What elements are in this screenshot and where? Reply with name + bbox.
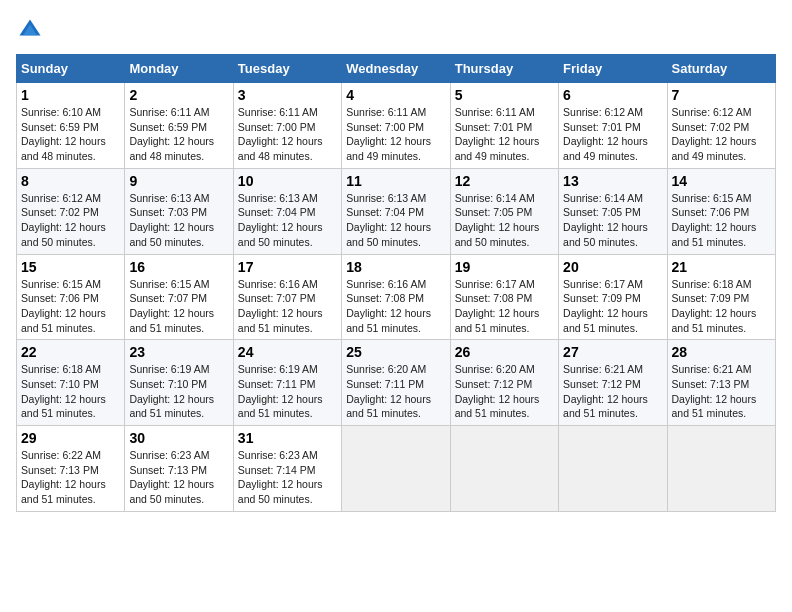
day-info: Sunrise: 6:13 AM Sunset: 7:04 PM Dayligh… [346,191,445,250]
calendar-week-row: 8Sunrise: 6:12 AM Sunset: 7:02 PM Daylig… [17,168,776,254]
calendar-cell: 19Sunrise: 6:17 AM Sunset: 7:08 PM Dayli… [450,254,558,340]
day-number: 1 [21,87,120,103]
calendar-cell [450,426,558,512]
day-number: 25 [346,344,445,360]
day-info: Sunrise: 6:10 AM Sunset: 6:59 PM Dayligh… [21,105,120,164]
day-number: 28 [672,344,771,360]
header-day-wednesday: Wednesday [342,55,450,83]
header-day-tuesday: Tuesday [233,55,341,83]
calendar-cell [667,426,775,512]
day-info: Sunrise: 6:20 AM Sunset: 7:12 PM Dayligh… [455,362,554,421]
day-number: 6 [563,87,662,103]
calendar-cell: 5Sunrise: 6:11 AM Sunset: 7:01 PM Daylig… [450,83,558,169]
calendar-week-row: 29Sunrise: 6:22 AM Sunset: 7:13 PM Dayli… [17,426,776,512]
day-info: Sunrise: 6:17 AM Sunset: 7:08 PM Dayligh… [455,277,554,336]
calendar-cell [559,426,667,512]
day-info: Sunrise: 6:12 AM Sunset: 7:02 PM Dayligh… [672,105,771,164]
day-number: 19 [455,259,554,275]
calendar-cell: 10Sunrise: 6:13 AM Sunset: 7:04 PM Dayli… [233,168,341,254]
day-number: 9 [129,173,228,189]
day-info: Sunrise: 6:11 AM Sunset: 7:00 PM Dayligh… [346,105,445,164]
day-number: 20 [563,259,662,275]
calendar-cell: 21Sunrise: 6:18 AM Sunset: 7:09 PM Dayli… [667,254,775,340]
day-info: Sunrise: 6:13 AM Sunset: 7:03 PM Dayligh… [129,191,228,250]
day-number: 12 [455,173,554,189]
day-number: 11 [346,173,445,189]
header-day-thursday: Thursday [450,55,558,83]
header-day-saturday: Saturday [667,55,775,83]
page-header [16,16,776,44]
calendar-cell: 28Sunrise: 6:21 AM Sunset: 7:13 PM Dayli… [667,340,775,426]
day-info: Sunrise: 6:12 AM Sunset: 7:02 PM Dayligh… [21,191,120,250]
calendar-cell: 25Sunrise: 6:20 AM Sunset: 7:11 PM Dayli… [342,340,450,426]
day-info: Sunrise: 6:22 AM Sunset: 7:13 PM Dayligh… [21,448,120,507]
calendar-cell: 24Sunrise: 6:19 AM Sunset: 7:11 PM Dayli… [233,340,341,426]
calendar-cell: 1Sunrise: 6:10 AM Sunset: 6:59 PM Daylig… [17,83,125,169]
calendar-cell: 16Sunrise: 6:15 AM Sunset: 7:07 PM Dayli… [125,254,233,340]
calendar-cell: 18Sunrise: 6:16 AM Sunset: 7:08 PM Dayli… [342,254,450,340]
calendar-cell: 20Sunrise: 6:17 AM Sunset: 7:09 PM Dayli… [559,254,667,340]
day-info: Sunrise: 6:21 AM Sunset: 7:13 PM Dayligh… [672,362,771,421]
day-info: Sunrise: 6:19 AM Sunset: 7:10 PM Dayligh… [129,362,228,421]
calendar-cell: 13Sunrise: 6:14 AM Sunset: 7:05 PM Dayli… [559,168,667,254]
day-number: 3 [238,87,337,103]
day-number: 17 [238,259,337,275]
calendar-cell: 4Sunrise: 6:11 AM Sunset: 7:00 PM Daylig… [342,83,450,169]
day-number: 18 [346,259,445,275]
calendar-cell: 7Sunrise: 6:12 AM Sunset: 7:02 PM Daylig… [667,83,775,169]
day-number: 24 [238,344,337,360]
day-number: 13 [563,173,662,189]
calendar-cell: 31Sunrise: 6:23 AM Sunset: 7:14 PM Dayli… [233,426,341,512]
day-number: 7 [672,87,771,103]
calendar-cell: 30Sunrise: 6:23 AM Sunset: 7:13 PM Dayli… [125,426,233,512]
day-number: 10 [238,173,337,189]
day-info: Sunrise: 6:16 AM Sunset: 7:08 PM Dayligh… [346,277,445,336]
calendar-cell: 17Sunrise: 6:16 AM Sunset: 7:07 PM Dayli… [233,254,341,340]
day-number: 8 [21,173,120,189]
day-info: Sunrise: 6:14 AM Sunset: 7:05 PM Dayligh… [563,191,662,250]
day-info: Sunrise: 6:17 AM Sunset: 7:09 PM Dayligh… [563,277,662,336]
header-day-monday: Monday [125,55,233,83]
calendar-header-row: SundayMondayTuesdayWednesdayThursdayFrid… [17,55,776,83]
day-info: Sunrise: 6:23 AM Sunset: 7:13 PM Dayligh… [129,448,228,507]
day-info: Sunrise: 6:14 AM Sunset: 7:05 PM Dayligh… [455,191,554,250]
day-number: 27 [563,344,662,360]
day-info: Sunrise: 6:21 AM Sunset: 7:12 PM Dayligh… [563,362,662,421]
day-info: Sunrise: 6:18 AM Sunset: 7:09 PM Dayligh… [672,277,771,336]
day-number: 2 [129,87,228,103]
calendar-cell: 11Sunrise: 6:13 AM Sunset: 7:04 PM Dayli… [342,168,450,254]
calendar-cell: 14Sunrise: 6:15 AM Sunset: 7:06 PM Dayli… [667,168,775,254]
calendar-cell: 27Sunrise: 6:21 AM Sunset: 7:12 PM Dayli… [559,340,667,426]
day-info: Sunrise: 6:15 AM Sunset: 7:07 PM Dayligh… [129,277,228,336]
day-number: 31 [238,430,337,446]
calendar-cell: 29Sunrise: 6:22 AM Sunset: 7:13 PM Dayli… [17,426,125,512]
day-info: Sunrise: 6:11 AM Sunset: 7:01 PM Dayligh… [455,105,554,164]
calendar-week-row: 1Sunrise: 6:10 AM Sunset: 6:59 PM Daylig… [17,83,776,169]
day-info: Sunrise: 6:23 AM Sunset: 7:14 PM Dayligh… [238,448,337,507]
day-info: Sunrise: 6:15 AM Sunset: 7:06 PM Dayligh… [672,191,771,250]
calendar-week-row: 22Sunrise: 6:18 AM Sunset: 7:10 PM Dayli… [17,340,776,426]
calendar-cell: 2Sunrise: 6:11 AM Sunset: 6:59 PM Daylig… [125,83,233,169]
calendar-cell: 6Sunrise: 6:12 AM Sunset: 7:01 PM Daylig… [559,83,667,169]
calendar-cell: 3Sunrise: 6:11 AM Sunset: 7:00 PM Daylig… [233,83,341,169]
day-number: 23 [129,344,228,360]
calendar-cell: 26Sunrise: 6:20 AM Sunset: 7:12 PM Dayli… [450,340,558,426]
calendar-cell: 23Sunrise: 6:19 AM Sunset: 7:10 PM Dayli… [125,340,233,426]
calendar-week-row: 15Sunrise: 6:15 AM Sunset: 7:06 PM Dayli… [17,254,776,340]
day-info: Sunrise: 6:13 AM Sunset: 7:04 PM Dayligh… [238,191,337,250]
day-number: 21 [672,259,771,275]
header-day-sunday: Sunday [17,55,125,83]
logo [16,16,48,44]
calendar-cell: 8Sunrise: 6:12 AM Sunset: 7:02 PM Daylig… [17,168,125,254]
day-number: 29 [21,430,120,446]
day-info: Sunrise: 6:11 AM Sunset: 7:00 PM Dayligh… [238,105,337,164]
day-info: Sunrise: 6:16 AM Sunset: 7:07 PM Dayligh… [238,277,337,336]
day-info: Sunrise: 6:19 AM Sunset: 7:11 PM Dayligh… [238,362,337,421]
calendar-cell: 22Sunrise: 6:18 AM Sunset: 7:10 PM Dayli… [17,340,125,426]
day-info: Sunrise: 6:18 AM Sunset: 7:10 PM Dayligh… [21,362,120,421]
calendar-cell: 15Sunrise: 6:15 AM Sunset: 7:06 PM Dayli… [17,254,125,340]
logo-icon [16,16,44,44]
day-number: 4 [346,87,445,103]
calendar-cell: 12Sunrise: 6:14 AM Sunset: 7:05 PM Dayli… [450,168,558,254]
day-number: 22 [21,344,120,360]
